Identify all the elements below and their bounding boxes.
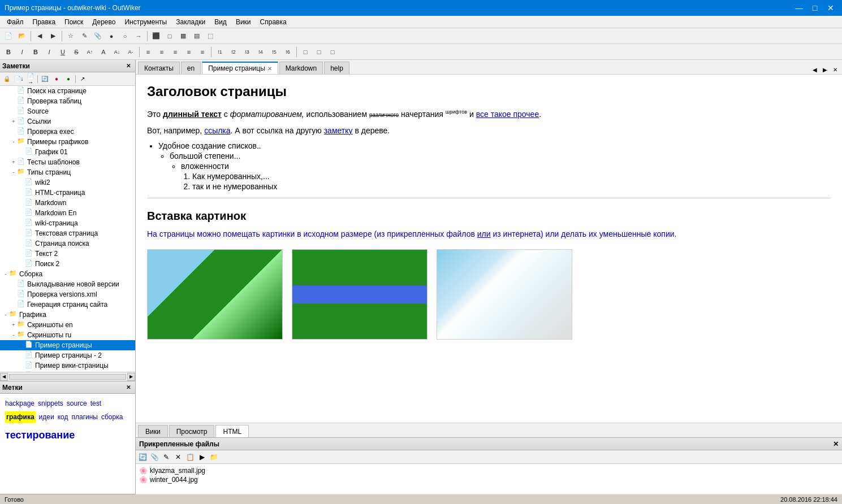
tree-item-source[interactable]: 📄Source [0, 106, 135, 116]
open-btn[interactable]: 📂 [16, 30, 28, 42]
tree-item-search-page[interactable]: 📄Поиск на странице [0, 86, 135, 96]
link-or[interactable]: или [477, 229, 491, 238]
tab-en[interactable]: en [181, 62, 201, 74]
tag-идеи[interactable]: идеи [39, 411, 54, 424]
btn2[interactable]: ○ [119, 30, 131, 42]
tab-sample-page-close[interactable]: ✕ [267, 66, 272, 72]
tag-snippets[interactable]: snippets [38, 398, 63, 410]
tree-item-check-exec[interactable]: 📄Проверка exec [0, 127, 135, 137]
scroll-left-btn[interactable]: ◀ [0, 373, 8, 381]
tree-item-text2[interactable]: 📄Текст 2 [0, 249, 135, 259]
h2-btn[interactable]: !2 [227, 46, 240, 58]
tab-help[interactable]: help [324, 62, 349, 74]
tree-item-gen-pages[interactable]: 📄Генерация страниц сайта [0, 299, 135, 310]
tree-item-links[interactable]: +📄Ссылки [0, 116, 135, 127]
align-left-btn[interactable]: ≡ [142, 46, 154, 58]
tree-item-search-page2[interactable]: 📄Страница поиска [0, 238, 135, 249]
h6-btn[interactable]: !6 [282, 46, 294, 58]
tree-item-graph-examples[interactable]: -📁Примеры графиков [0, 137, 135, 147]
tab-sample-page[interactable]: Пример страницы ✕ [202, 62, 278, 74]
h4-btn[interactable]: !4 [254, 46, 267, 58]
tree-item-check-versions[interactable]: 📄Проверка versions.xml [0, 289, 135, 299]
tree-item-markdown[interactable]: 📄Markdown [0, 198, 135, 208]
editor-tab-wiki[interactable]: Вики [138, 425, 168, 437]
btn7[interactable]: ▤ [191, 30, 203, 42]
tree-item-markdown-en[interactable]: 📄Markdown En [0, 208, 135, 218]
tab-nav-right[interactable]: ▶ [821, 65, 830, 74]
scroll-track[interactable] [9, 374, 126, 380]
align-center-btn[interactable]: ≡ [156, 46, 168, 58]
font-down-btn[interactable]: A↓ [111, 46, 123, 58]
tree-toggle-graphics[interactable]: - [2, 311, 9, 318]
editor-tab-preview[interactable]: Просмотр [169, 425, 215, 437]
tree-item-graphics[interactable]: -📁Графика [0, 310, 135, 320]
btn8[interactable]: ⬚ [204, 30, 217, 42]
forward-btn[interactable]: ▶ [47, 30, 59, 42]
tag-тестирование[interactable]: тестирование [5, 426, 130, 444]
btn1[interactable]: ● [105, 30, 118, 42]
btn6[interactable]: ▦ [177, 30, 189, 42]
tree-item-screenshots-ru[interactable]: -📁Скриншоты ru [0, 330, 135, 340]
tree-toggle-build[interactable]: - [2, 271, 9, 277]
menu-wiki[interactable]: Вики [231, 17, 256, 27]
align-btn5[interactable]: ≡ [196, 46, 209, 58]
tree-item-screenshots-en[interactable]: +📁Скриншоты en [0, 320, 135, 330]
bold-btn[interactable]: B [2, 46, 15, 58]
minimize-button[interactable]: — [792, 2, 806, 14]
h5-btn[interactable]: !5 [268, 46, 280, 58]
bold2-btn[interactable]: B [29, 46, 42, 58]
edit-btn[interactable]: ✎ [78, 30, 90, 42]
attach-edit-btn[interactable]: ✎ [161, 452, 172, 462]
h1-btn[interactable]: !1 [214, 46, 226, 58]
tree-toggle-screenshots-en[interactable]: + [10, 321, 17, 328]
tree-item-deploy-new[interactable]: 📄Выкладывание новой версии [0, 279, 135, 289]
italic2-btn[interactable]: I [43, 46, 55, 58]
menu-search[interactable]: Поиск [60, 17, 88, 27]
tree-item-graph-01[interactable]: 📄График 01 [0, 147, 135, 157]
attach-link-btn[interactable]: 📎 [149, 452, 160, 462]
menu-view[interactable]: Вид [210, 17, 231, 27]
editor-tab-html[interactable]: HTML [215, 425, 249, 437]
view2-btn[interactable]: □ [313, 46, 325, 58]
menu-file[interactable]: Файл [2, 17, 28, 27]
strike-btn[interactable]: S [70, 46, 83, 58]
tab-nav-left[interactable]: ◀ [810, 65, 819, 74]
btn5[interactable]: □ [163, 30, 176, 42]
btn3[interactable]: → [132, 30, 145, 42]
attach-delete-btn[interactable]: ✕ [172, 452, 184, 462]
tree-item-search2[interactable]: 📄Поиск 2 [0, 259, 135, 269]
attach-open-btn[interactable]: ▶ [196, 452, 208, 462]
new-btn[interactable]: 📄 [2, 30, 15, 42]
tab-contacts[interactable]: Контакты [138, 62, 180, 74]
tags-panel-close[interactable]: ✕ [124, 383, 133, 392]
tree-item-wiki2[interactable]: 📄wiki2 [0, 177, 135, 188]
align-justify-btn[interactable]: ≡ [183, 46, 195, 58]
tree-toggle-links[interactable]: + [10, 118, 17, 125]
tree-item-text-page[interactable]: 📄Текстовая страница [0, 228, 135, 238]
tag-графика[interactable]: графика [5, 411, 36, 424]
tag-код[interactable]: код [58, 411, 68, 424]
maximize-button[interactable]: □ [808, 2, 822, 14]
scroll-right-btn[interactable]: ▶ [127, 373, 135, 381]
menu-bookmarks[interactable]: Закладки [171, 17, 210, 27]
link-all-that[interactable]: все такое прочее [476, 110, 539, 119]
notes-move-btn[interactable]: ↗ [77, 74, 88, 84]
menu-tree[interactable]: Дерево [88, 17, 120, 27]
menu-edit[interactable]: Правка [28, 17, 61, 27]
attached-file-2[interactable]: 🌸 winter_0044.jpg [139, 475, 839, 484]
attached-close[interactable]: ✕ [833, 440, 839, 448]
italic-btn[interactable]: I [16, 46, 28, 58]
star-btn[interactable]: ☆ [64, 30, 77, 42]
tab-nav-close[interactable]: ✕ [831, 65, 840, 74]
tree-toggle-graph-examples[interactable]: - [10, 138, 17, 145]
notes-green-btn[interactable]: ● [63, 74, 74, 84]
h3-btn[interactable]: !3 [241, 46, 253, 58]
tree-item-build[interactable]: -📁Сборка [0, 269, 135, 279]
font-up-btn[interactable]: A↑ [84, 46, 96, 58]
tag-плагины[interactable]: плагины [71, 411, 98, 424]
tree-item-sample-page[interactable]: 📄Пример страницы [0, 340, 135, 350]
tab-markdown[interactable]: Markdown [279, 62, 323, 74]
notes-reload-btn[interactable]: 🔄 [39, 74, 50, 84]
back-btn[interactable]: ◀ [33, 30, 46, 42]
notes-panel-close[interactable]: ✕ [124, 62, 133, 71]
